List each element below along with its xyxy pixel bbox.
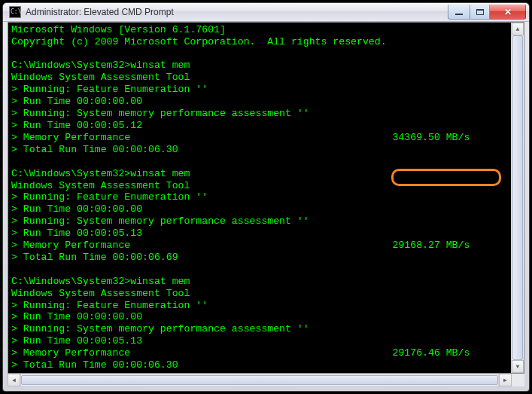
window-controls: ✕	[448, 5, 526, 20]
titlebar[interactable]: C:\ Administrator: Elevated CMD Prompt ✕	[3, 3, 529, 22]
window-title: Administrator: Elevated CMD Prompt	[26, 7, 448, 17]
horizontal-scrollbar-area: ◀ ▶	[8, 374, 524, 386]
scrollbar-corner	[512, 374, 524, 386]
vertical-scrollbar[interactable]: ▲ ▼	[511, 23, 524, 373]
scroll-right-button[interactable]: ▶	[499, 374, 512, 386]
scroll-down-button[interactable]: ▼	[512, 360, 524, 373]
scroll-left-button[interactable]: ◀	[8, 374, 20, 386]
terminal-output[interactable]: Microsoft Windows [Version 6.1.7601] Cop…	[8, 23, 511, 373]
cmd-icon: C:\	[9, 6, 21, 18]
scroll-thumb[interactable]	[512, 35, 523, 360]
scroll-track[interactable]	[512, 35, 524, 360]
maximize-button[interactable]	[470, 5, 490, 20]
close-button[interactable]: ✕	[490, 5, 526, 20]
scroll-up-button[interactable]: ▲	[512, 23, 524, 35]
minimize-button[interactable]	[448, 5, 470, 20]
client-area: Microsoft Windows [Version 6.1.7601] Cop…	[8, 22, 524, 374]
h-scroll-track[interactable]	[20, 374, 499, 386]
cmd-window: C:\ Administrator: Elevated CMD Prompt ✕…	[2, 2, 530, 392]
h-scroll-thumb[interactable]	[21, 375, 498, 385]
